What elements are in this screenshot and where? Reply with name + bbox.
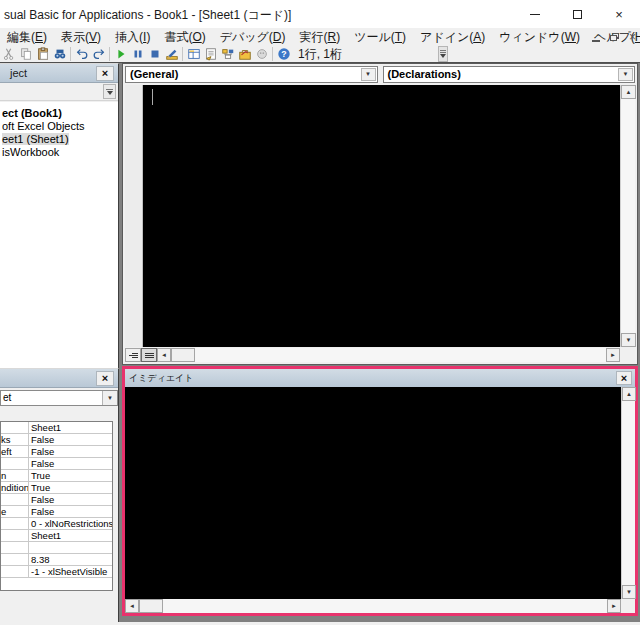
maximize-button[interactable] (556, 0, 598, 28)
property-value[interactable]: -1 - xlSheetVisible (29, 566, 112, 577)
project-explorer-icon[interactable] (185, 46, 202, 62)
redo-icon[interactable] (90, 46, 107, 62)
menu-addins[interactable]: アドイン(A) (413, 28, 492, 46)
menu-edit[interactable]: 編集(E) (0, 28, 54, 46)
assistant-icon[interactable] (253, 46, 270, 62)
pause-icon[interactable] (129, 46, 146, 62)
tree-item-thisworkbook[interactable]: isWorkbook (0, 146, 118, 159)
immediate-vertical-scrollbar[interactable]: ▲ ▼ (621, 387, 635, 599)
property-name[interactable] (1, 422, 29, 433)
mdi-restore-icon[interactable] (610, 33, 619, 41)
scroll-up-icon[interactable]: ▲ (622, 387, 636, 401)
toolbar-overflow-button[interactable] (438, 46, 448, 62)
scroll-left-icon[interactable]: ◄ (125, 599, 139, 613)
object-dropdown[interactable]: (General) ▼ (125, 66, 378, 83)
cut-icon[interactable] (0, 46, 17, 62)
property-value[interactable]: 0 - xlNoRestrictions (29, 518, 112, 529)
property-name[interactable] (1, 494, 29, 505)
property-name[interactable] (1, 554, 29, 565)
menu-debug[interactable]: デバッグ(D) (213, 28, 293, 46)
property-name[interactable]: e (1, 506, 29, 517)
property-name[interactable]: eft (1, 446, 29, 457)
scroll-down-icon[interactable]: ▼ (622, 585, 636, 599)
object-combobox[interactable]: et ▼ (0, 390, 118, 406)
chevron-down-icon[interactable]: ▼ (102, 391, 117, 405)
minimize-button[interactable] (514, 0, 556, 28)
close-button[interactable]: × (598, 0, 640, 28)
property-name[interactable] (1, 542, 29, 553)
undo-icon[interactable] (73, 46, 90, 62)
scrollbar-track[interactable] (195, 348, 606, 362)
property-row[interactable]: nTrue (1, 470, 112, 482)
property-row[interactable] (1, 542, 112, 554)
menu-run[interactable]: 実行(R) (293, 28, 348, 46)
property-name[interactable] (1, 566, 29, 577)
tree-item-vbaproject[interactable]: ect (Book1) (0, 107, 118, 120)
help-icon[interactable]: ? (275, 46, 292, 62)
property-name[interactable]: n (1, 470, 29, 481)
code-editor-surface[interactable] (125, 85, 620, 347)
property-row[interactable]: -1 - xlSheetVisible (1, 566, 112, 578)
property-value[interactable] (29, 542, 112, 553)
immediate-editor-surface[interactable] (125, 387, 621, 599)
properties-close-button[interactable]: × (96, 371, 114, 386)
menu-view[interactable]: 表示(V) (54, 28, 108, 46)
property-row[interactable]: 8.38 (1, 554, 112, 566)
property-value[interactable]: True (29, 470, 112, 481)
property-row[interactable]: Sheet1 (1, 422, 112, 434)
procedure-view-button[interactable] (125, 348, 141, 362)
property-value[interactable]: Sheet1 (29, 530, 112, 541)
scroll-down-icon[interactable]: ▼ (621, 333, 636, 347)
copy-icon[interactable] (17, 46, 34, 62)
properties-window-icon[interactable] (202, 46, 219, 62)
mdi-minimize-icon[interactable] (592, 40, 600, 42)
find-icon[interactable] (51, 46, 68, 62)
procedure-dropdown[interactable]: (Declarations) ▼ (383, 66, 636, 83)
property-name[interactable]: ks (1, 434, 29, 445)
property-name[interactable]: ndition (1, 482, 29, 493)
property-row[interactable]: 0 - xlNoRestrictions (1, 518, 112, 530)
property-value[interactable]: False (29, 458, 112, 469)
project-close-button[interactable]: × (96, 66, 114, 81)
immediate-horizontal-scrollbar[interactable]: ◄ ► (125, 599, 621, 613)
scroll-up-icon[interactable]: ▲ (621, 85, 636, 99)
property-value[interactable]: False (29, 506, 112, 517)
property-value[interactable]: True (29, 482, 112, 493)
code-horizontal-scrollbar[interactable]: ◄ ► (125, 348, 620, 362)
chevron-down-icon[interactable]: ▼ (361, 68, 376, 81)
property-name[interactable] (1, 530, 29, 541)
full-module-view-button[interactable] (141, 348, 157, 362)
property-row[interactable]: eftFalse (1, 446, 112, 458)
chevron-down-icon[interactable]: ▼ (618, 68, 633, 81)
property-row[interactable]: eFalse (1, 506, 112, 518)
paste-icon[interactable] (34, 46, 51, 62)
scroll-right-icon[interactable]: ► (606, 348, 620, 362)
property-row[interactable]: nditionTrue (1, 482, 112, 494)
menu-tools[interactable]: ツール(T) (347, 28, 413, 46)
design-mode-icon[interactable] (163, 46, 180, 62)
run-icon[interactable] (112, 46, 129, 62)
menu-insert[interactable]: 挿入(I) (108, 28, 157, 46)
code-vertical-scrollbar[interactable]: ▲ ▼ (620, 85, 635, 347)
object-browser-icon[interactable] (219, 46, 236, 62)
immediate-close-button[interactable]: × (616, 371, 632, 385)
project-toolbar-overflow-button[interactable] (103, 84, 116, 99)
scroll-right-icon[interactable]: ► (607, 599, 621, 613)
tree-item-excel-objects[interactable]: oft Excel Objects (0, 120, 118, 133)
toolbox-icon[interactable] (236, 46, 253, 62)
property-name[interactable] (1, 458, 29, 469)
stop-icon[interactable] (146, 46, 163, 62)
scroll-left-icon[interactable]: ◄ (157, 348, 171, 362)
menu-format[interactable]: 書式(O) (157, 28, 212, 46)
scrollbar-track[interactable] (163, 599, 607, 613)
property-value[interactable]: False (29, 494, 112, 505)
scrollbar-thumb[interactable] (139, 599, 163, 613)
property-value[interactable]: False (29, 446, 112, 457)
property-row[interactable]: False (1, 494, 112, 506)
menu-window[interactable]: ウィンドウ(W) (492, 28, 587, 46)
property-name[interactable] (1, 518, 29, 529)
property-value[interactable]: Sheet1 (29, 422, 112, 433)
property-value[interactable]: 8.38 (29, 554, 112, 565)
mdi-close-icon[interactable]: × (629, 31, 636, 43)
property-row[interactable]: Sheet1 (1, 530, 112, 542)
